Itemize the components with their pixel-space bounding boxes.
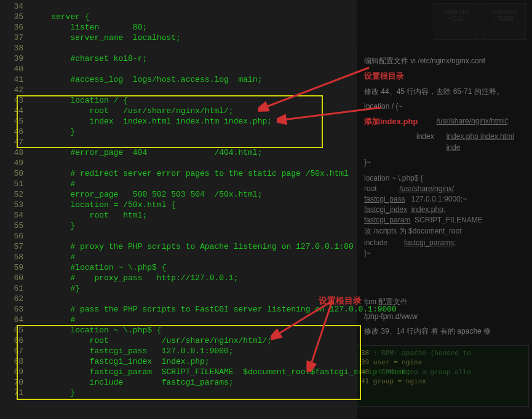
code-line[interactable]: 51 # <box>0 179 357 189</box>
code-text[interactable] <box>32 137 357 147</box>
code-line[interactable]: 48 #error_page 404 /404.html; <box>0 147 357 158</box>
code-text[interactable]: error_page 500 502 503 504 /50x.html; <box>32 189 357 200</box>
code-editor[interactable]: 3435 server {36 listen 80;37 server_name… <box>0 0 357 419</box>
line-number: 68 <box>0 356 32 367</box>
line-number: 38 <box>0 43 32 53</box>
code-line[interactable]: 59 #location ~ \.php$ { <box>0 262 357 273</box>
terminal-snippet: 38 : RPM: apache (hoosed to 39 user = ng… <box>357 345 529 407</box>
code-line[interactable]: 42 <box>0 85 357 95</box>
code-line[interactable]: 61 #} <box>0 283 357 294</box>
code-text[interactable]: # <box>32 252 357 262</box>
code-text[interactable]: server { <box>32 12 357 22</box>
code-line[interactable]: 64 # <box>0 315 357 325</box>
code-text[interactable]: fastcgi_pass 127.0.0.1:9000; <box>32 346 357 356</box>
code-line[interactable]: 34 <box>0 1 357 12</box>
code-line[interactable]: 56 <box>0 231 357 241</box>
code-line[interactable]: 55 } <box>0 221 357 231</box>
anno-fpm-path: /php-fpm.d/www <box>364 311 527 322</box>
code-text[interactable]: server_name localhost; <box>32 33 357 43</box>
code-text[interactable]: #location ~ \.php$ { <box>32 262 357 273</box>
line-number: 55 <box>0 221 32 231</box>
code-text[interactable]: } <box>32 127 357 137</box>
code-line[interactable]: 70 include fastcgi_params; <box>0 377 357 388</box>
code-text[interactable]: } <box>32 388 357 398</box>
code-text[interactable]: fastcgi_param SCRIPT_FILENAME $document_… <box>32 367 411 377</box>
code-text[interactable]: root /usr/share/nginx/html/; <box>32 335 357 346</box>
code-text[interactable] <box>32 294 357 304</box>
code-text[interactable] <box>32 1 357 12</box>
anno-modify-lines: 修改 44、45 行内容，去除 65-71 的注释。 <box>364 86 527 97</box>
code-text[interactable]: # <box>32 315 357 325</box>
code-line[interactable]: 35 server { <box>0 12 357 22</box>
code-text[interactable]: # redirect server error pages to the sta… <box>32 168 357 179</box>
code-line[interactable]: 49 <box>0 158 357 168</box>
code-line[interactable]: 68 fastcgi_index index.php; <box>0 356 357 367</box>
code-text[interactable]: location / { <box>32 95 357 106</box>
code-text[interactable]: #access_log logs/host.access.log main; <box>32 74 357 85</box>
line-number: 51 <box>0 179 32 189</box>
code-line[interactable]: 46 } <box>0 127 357 137</box>
line-number: 48 <box>0 147 32 158</box>
code-text[interactable]: root html; <box>32 210 357 221</box>
code-line[interactable]: 65 location ~ \.php$ { <box>0 325 357 335</box>
code-line[interactable]: 66 root /usr/share/nginx/html/; <box>0 335 357 346</box>
code-text[interactable]: include fastcgi_params; <box>32 377 357 388</box>
code-line[interactable]: 57 # proxy the PHP scripts to Apache lis… <box>0 241 357 252</box>
code-text[interactable]: } <box>32 221 357 231</box>
code-line[interactable]: 38 <box>0 43 357 53</box>
code-text[interactable] <box>32 85 357 95</box>
code-line[interactable]: 60 # proxy_pass http://127.0.0.1; <box>0 273 357 283</box>
line-number: 66 <box>0 335 32 346</box>
code-text[interactable]: #charset koi8-r; <box>32 53 357 64</box>
code-line[interactable]: 62 <box>0 294 357 304</box>
code-text[interactable]: root /usr/share/nginx/html/; <box>32 106 357 116</box>
code-line[interactable]: 40 <box>0 64 357 74</box>
code-line[interactable]: 37 server_name localhost; <box>0 33 357 43</box>
code-line[interactable]: 50 # redirect server error pages to the … <box>0 168 357 179</box>
code-text[interactable]: listen 80; <box>32 22 357 33</box>
code-text[interactable]: #error_page 404 /404.html; <box>32 147 357 158</box>
code-line[interactable]: 52 error_page 500 502 503 504 /50x.html; <box>0 189 357 200</box>
code-text[interactable] <box>32 64 357 74</box>
line-number: 44 <box>0 106 32 116</box>
code-line[interactable]: 45 index index.html index.htm index.php; <box>0 116 357 127</box>
code-text[interactable] <box>32 158 357 168</box>
line-number: 40 <box>0 64 32 74</box>
line-number: 47 <box>0 137 32 147</box>
code-line[interactable]: 53 location = /50x.html { <box>0 200 357 210</box>
anno-label-index: 添加index.php <box>364 116 418 128</box>
line-number: 37 <box>0 33 32 43</box>
anno-fpm-line: 修改 39、14 行内容 将 有的 apache 修 <box>364 326 527 337</box>
code-line[interactable]: 54 root html; <box>0 210 357 221</box>
line-number: 59 <box>0 262 32 273</box>
code-line[interactable]: 58 # <box>0 252 357 262</box>
code-line[interactable]: 39 #charset koi8-r; <box>0 53 357 64</box>
code-text[interactable] <box>32 43 357 53</box>
anno-root-path: /usr/share/nginx/html/; <box>436 116 509 128</box>
code-line[interactable]: 71 } <box>0 388 357 398</box>
code-line[interactable]: 43 location / { <box>0 95 357 106</box>
code-line[interactable]: 67 fastcgi_pass 127.0.0.1:9000; <box>0 346 357 356</box>
code-line[interactable]: 36 listen 80; <box>0 22 357 33</box>
code-text[interactable]: # proxy_pass http://127.0.0.1; <box>32 273 357 283</box>
line-number: 60 <box>0 273 32 283</box>
line-number: 56 <box>0 231 32 241</box>
anno-fpm-title: fpm 配置文件 <box>364 296 527 307</box>
code-text[interactable]: # <box>32 179 357 189</box>
code-line[interactable]: 63 # pass the PHP scripts to FastCGI ser… <box>0 304 357 315</box>
code-text[interactable] <box>32 231 357 241</box>
code-text[interactable]: fastcgi_index index.php; <box>32 356 357 367</box>
code-line[interactable]: 44 root /usr/share/nginx/html/; <box>0 106 357 116</box>
code-line[interactable]: 47 <box>0 137 357 147</box>
code-line[interactable]: 69 fastcgi_param SCRIPT_FILENAME $docume… <box>0 367 357 377</box>
code-text[interactable]: location = /50x.html { <box>32 200 357 210</box>
line-number: 64 <box>0 315 32 325</box>
code-text[interactable]: #} <box>32 283 357 294</box>
code-text[interactable]: index index.html index.htm index.php; <box>32 116 357 127</box>
line-number: 46 <box>0 127 32 137</box>
code-text[interactable]: location ~ \.php$ { <box>32 325 357 335</box>
code-line[interactable]: 41 #access_log logs/host.access.log main… <box>0 74 357 85</box>
line-number: 61 <box>0 283 32 294</box>
code-text[interactable]: # proxy the PHP scripts to Apache listen… <box>32 241 357 252</box>
line-number: 43 <box>0 95 32 106</box>
